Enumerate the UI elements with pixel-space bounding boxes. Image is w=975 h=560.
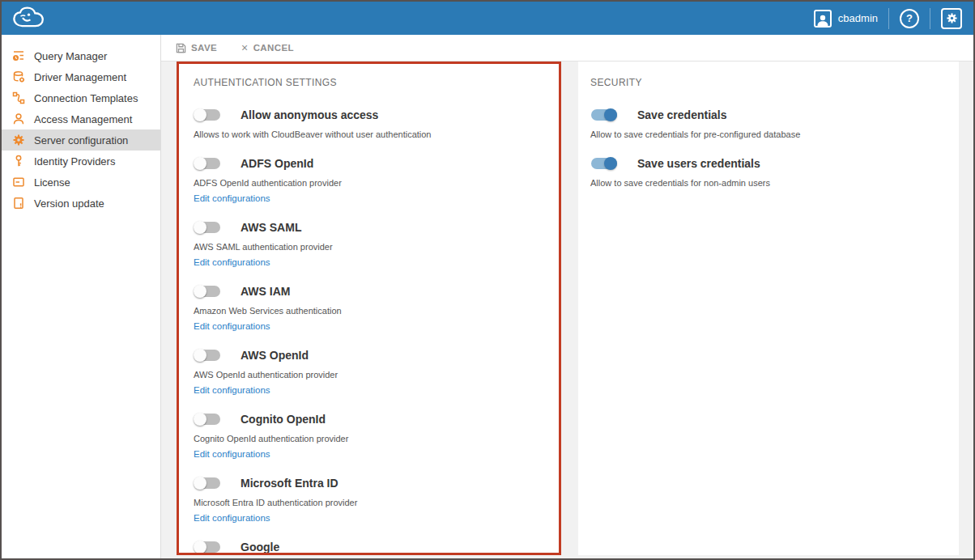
- help-glyph: ?: [906, 12, 913, 24]
- main-area: Query Manager Driver Management: [2, 35, 973, 558]
- save-credentials-toggle[interactable]: [590, 108, 618, 122]
- sidebar-item-version-update[interactable]: Version update: [2, 193, 160, 214]
- sidebar-item-query-manager[interactable]: Query Manager: [2, 45, 160, 66]
- setting-label: Cognito OpenId: [241, 413, 326, 426]
- query-manager-icon: [12, 49, 25, 62]
- help-icon[interactable]: ?: [900, 9, 919, 28]
- license-icon: [12, 176, 25, 189]
- server-configuration-icon: [12, 134, 25, 146]
- allow-anonymous-access-toggle[interactable]: [194, 108, 221, 122]
- user-menu[interactable]: cbadmin: [814, 10, 878, 28]
- settings-panels: AUTHENTICATION SETTINGS Allow anonymous …: [161, 62, 973, 558]
- setting-label: AWS IAM: [241, 285, 290, 298]
- sidebar-item-identity-providers[interactable]: Identity Providers: [2, 151, 160, 172]
- security-panel: SECURITY Save credentials Allow to save …: [578, 62, 959, 555]
- edit-configurations-link[interactable]: Edit configurations: [194, 449, 270, 459]
- setting-microsoft-entra-id: Microsoft Entra ID Microsoft Entra ID au…: [194, 476, 543, 523]
- aws-openid-toggle[interactable]: [194, 348, 221, 363]
- setting-label: AWS SAML: [241, 221, 301, 234]
- setting-aws-iam: AWS IAM Amazon Web Services authenticati…: [194, 284, 543, 331]
- sidebar-item-connection-templates[interactable]: Connection Templates: [2, 87, 160, 108]
- identity-providers-icon: [12, 155, 25, 168]
- setting-description: Amazon Web Services authentication: [194, 306, 543, 316]
- user-name: cbadmin: [838, 12, 878, 24]
- cancel-button[interactable]: × CANCEL: [241, 42, 294, 53]
- cloudbeaver-logo: [11, 6, 50, 31]
- setting-save-credentials: Save credentials Allow to save credentia…: [590, 108, 946, 139]
- sidebar-item-access-management[interactable]: Access Management: [2, 108, 160, 129]
- authentication-settings-title: AUTHENTICATION SETTINGS: [194, 77, 543, 88]
- microsoft-entra-id-toggle[interactable]: [194, 476, 221, 490]
- setting-description: Allows to work with CloudBeaver without …: [194, 129, 543, 139]
- save-users-credentials-toggle[interactable]: [590, 156, 618, 171]
- setting-label: ADFS OpenId: [241, 157, 313, 170]
- google-toggle[interactable]: [194, 540, 221, 554]
- top-bar: cbadmin ?: [2, 2, 973, 35]
- user-avatar-icon: [814, 10, 832, 28]
- sidebar-item-label: Identity Providers: [34, 155, 115, 168]
- sidebar-item-label: Server configuration: [34, 134, 128, 146]
- save-button[interactable]: SAVE: [176, 43, 217, 53]
- setting-description: AWS OpenId authentication provider: [194, 370, 543, 380]
- save-icon: [176, 43, 186, 53]
- setting-save-users-credentials: Save users credentials Allow to save cre…: [590, 156, 946, 188]
- setting-aws-saml: AWS SAML AWS SAML authentication provide…: [194, 220, 543, 267]
- setting-label: Microsoft Entra ID: [241, 477, 338, 490]
- aws-iam-toggle[interactable]: [194, 284, 221, 299]
- setting-description: Microsoft Entra ID authentication provid…: [194, 498, 543, 507]
- version-update-icon: [12, 197, 25, 210]
- setting-adfs-openid: ADFS OpenId ADFS OpenId authentication p…: [194, 156, 543, 203]
- setting-description: AWS SAML authentication provider: [194, 242, 543, 252]
- sidebar-item-server-configuration[interactable]: Server configuration: [2, 129, 160, 151]
- content-toolbar: SAVE × CANCEL: [161, 35, 973, 62]
- sidebar-item-label: License: [34, 176, 70, 189]
- aws-saml-toggle[interactable]: [194, 220, 221, 235]
- setting-allow-anonymous-access: Allow anonymous access Allows to work wi…: [194, 108, 543, 139]
- save-button-label: SAVE: [191, 43, 217, 53]
- setting-label: AWS OpenId: [241, 349, 309, 362]
- setting-description: ADFS OpenId authentication provider: [194, 178, 543, 188]
- sidebar-item-label: Access Management: [34, 113, 132, 125]
- content-area: SAVE × CANCEL AUTHENTICATION SETTINGS Al…: [161, 35, 973, 558]
- security-title: SECURITY: [590, 77, 946, 88]
- cancel-icon: ×: [241, 42, 249, 53]
- setting-aws-openid: AWS OpenId AWS OpenId authentication pro…: [194, 348, 543, 395]
- setting-cognito-openid: Cognito OpenId Cognito OpenId authentica…: [194, 412, 543, 459]
- topbar-divider: [888, 8, 889, 29]
- sidebar-item-driver-management[interactable]: Driver Management: [2, 66, 160, 87]
- app-window: cbadmin ?: [0, 0, 975, 560]
- access-management-icon: [12, 112, 25, 125]
- driver-management-icon: [12, 70, 25, 83]
- topbar-divider: [930, 8, 930, 29]
- setting-description: Cognito OpenId authentication provider: [194, 434, 543, 443]
- settings-gear-icon[interactable]: [941, 8, 962, 29]
- admin-sidebar: Query Manager Driver Management: [2, 35, 161, 558]
- setting-google: Google Google authentication provider Ed…: [194, 540, 543, 555]
- edit-configurations-link[interactable]: Edit configurations: [194, 513, 270, 523]
- setting-description: Allow to save credentials for non-admin …: [590, 178, 946, 188]
- sidebar-item-label: Connection Templates: [34, 92, 138, 104]
- authentication-settings-panel-highlighted: AUTHENTICATION SETTINGS Allow anonymous …: [177, 62, 561, 555]
- edit-configurations-link[interactable]: Edit configurations: [194, 193, 270, 203]
- setting-description: Allow to save credentials for pre-config…: [590, 129, 946, 139]
- edit-configurations-link[interactable]: Edit configurations: [194, 385, 270, 395]
- edit-configurations-link[interactable]: Edit configurations: [194, 321, 270, 331]
- sidebar-item-license[interactable]: License: [2, 172, 160, 193]
- sidebar-item-label: Query Manager: [34, 50, 107, 62]
- sidebar-item-label: Version update: [34, 197, 104, 210]
- setting-label: Save users credentials: [637, 157, 760, 170]
- cognito-openid-toggle[interactable]: [194, 412, 221, 426]
- setting-label: Allow anonymous access: [241, 108, 378, 121]
- setting-label: Save credentials: [637, 108, 727, 121]
- topbar-actions: cbadmin ?: [814, 8, 962, 29]
- sidebar-item-label: Driver Management: [34, 71, 126, 83]
- setting-label: Google: [241, 541, 279, 554]
- connection-templates-icon: [12, 91, 25, 104]
- edit-configurations-link[interactable]: Edit configurations: [194, 257, 270, 267]
- cancel-button-label: CANCEL: [253, 43, 294, 53]
- adfs-openid-toggle[interactable]: [194, 156, 221, 171]
